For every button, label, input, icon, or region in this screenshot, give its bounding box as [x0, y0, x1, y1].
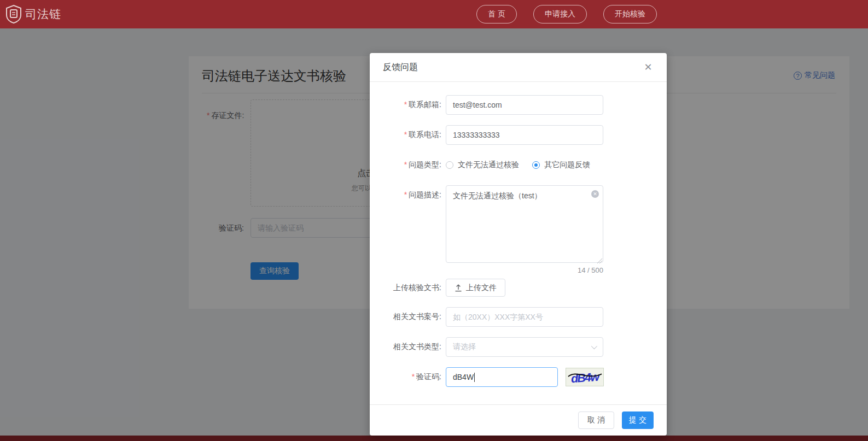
app-header: 司法链 首 页 申请接入 开始核验	[0, 0, 868, 28]
phone-field[interactable]	[446, 125, 603, 145]
doc-type-label: 相关文书类型:	[383, 342, 441, 352]
issue-type-radio-group: 文件无法通过核验 其它问题反馈	[446, 155, 590, 175]
brand[interactable]: 司法链	[5, 5, 61, 23]
shield-logo-icon	[5, 5, 22, 23]
description-label: *问题描述:	[383, 185, 441, 200]
modal-header: 反馈问题 ✕	[370, 53, 667, 82]
radio-label: 其它问题反馈	[544, 160, 590, 170]
modal-title: 反馈问题	[383, 62, 418, 73]
captcha-value: dB4W	[453, 373, 474, 381]
case-number-label: 相关文书案号:	[383, 312, 441, 322]
doc-type-placeholder: 请选择	[453, 342, 476, 352]
phone-label: *联系电话:	[383, 130, 441, 140]
captcha-image-text: dB4w	[570, 370, 601, 386]
cancel-button[interactable]: 取 消	[578, 411, 614, 429]
main-nav: 首 页 申请接入 开始核验	[476, 0, 657, 28]
captcha-image[interactable]: dB4w	[566, 368, 604, 386]
char-counter-row: 14 / 500	[383, 266, 654, 274]
description-field[interactable]: 文件无法通过核验（test）	[446, 185, 603, 263]
doc-type-select[interactable]: 请选择	[446, 337, 603, 357]
description-wrap: 文件无法通过核验（test） ✕	[446, 185, 603, 265]
modal-body: *联系邮箱: *联系电话: *问题类型: 文件无法通过核验 其它问题反馈 *问题…	[370, 82, 667, 387]
issue-type-label: *问题类型:	[383, 160, 441, 170]
email-field[interactable]	[446, 95, 603, 115]
issue-type-row: *问题类型: 文件无法通过核验 其它问题反馈	[383, 155, 654, 175]
upload-file-label: 上传文件	[466, 283, 497, 293]
clear-icon[interactable]: ✕	[591, 190, 599, 198]
feedback-modal: 反馈问题 ✕ *联系邮箱: *联系电话: *问题类型: 文件无法通过核验 其它问…	[370, 53, 667, 436]
captcha-label: *验证码:	[383, 372, 441, 382]
radio-label: 文件无法通过核验	[458, 160, 519, 170]
upload-doc-row: 上传核验文书: 上传文件	[383, 279, 654, 297]
radio-circle-icon	[446, 161, 453, 169]
case-number-row: 相关文书案号:	[383, 307, 654, 327]
nav-start-verify[interactable]: 开始核验	[603, 5, 657, 23]
radio-circle-icon	[532, 161, 540, 169]
phone-row: *联系电话:	[383, 125, 654, 145]
submit-button[interactable]: 提 交	[622, 411, 654, 429]
resize-handle-icon[interactable]	[597, 258, 602, 263]
upload-icon	[455, 284, 462, 292]
upload-doc-label: 上传核验文书:	[383, 283, 441, 293]
close-icon[interactable]: ✕	[642, 61, 655, 74]
modal-footer: 取 消 提 交	[370, 404, 667, 436]
captcha-field[interactable]: dB4W	[446, 367, 558, 387]
text-caret	[474, 373, 475, 382]
description-row: *问题描述: 文件无法通过核验（test） ✕	[383, 185, 654, 265]
radio-file-fail-verify[interactable]: 文件无法通过核验	[446, 160, 519, 170]
doc-type-row: 相关文书类型: 请选择	[383, 337, 654, 357]
email-label: *联系邮箱:	[383, 100, 441, 110]
nav-apply-access[interactable]: 申请接入	[533, 5, 587, 23]
nav-home[interactable]: 首 页	[476, 5, 517, 23]
upload-file-button[interactable]: 上传文件	[446, 279, 505, 297]
case-number-field[interactable]	[446, 307, 603, 327]
email-row: *联系邮箱:	[383, 95, 654, 115]
radio-other-feedback[interactable]: 其它问题反馈	[532, 160, 590, 170]
char-counter: 14 / 500	[446, 266, 603, 274]
brand-name: 司法链	[25, 7, 61, 22]
captcha-row: *验证码: dB4W dB4w	[383, 367, 654, 387]
chevron-down-icon	[591, 343, 597, 349]
